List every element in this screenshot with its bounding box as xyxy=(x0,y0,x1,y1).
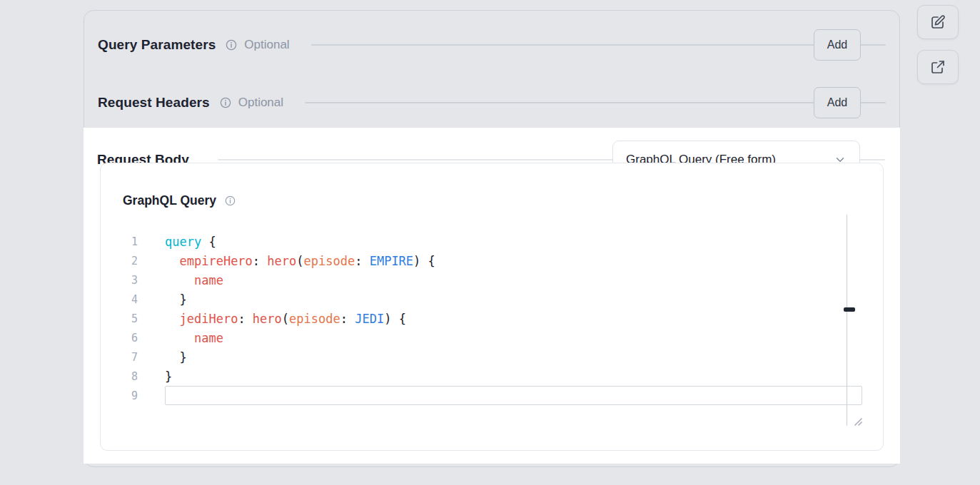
code-text xyxy=(138,387,165,406)
code-text: } xyxy=(138,348,187,367)
editor-scrollbar-thumb[interactable] xyxy=(844,307,855,312)
line-number: 5 xyxy=(101,310,138,329)
resize-handle-icon[interactable] xyxy=(853,417,863,427)
graphql-editor-card: GraphQL Query 1query {2 empireHero: hero… xyxy=(100,163,884,451)
request-body-section: Request Body GraphQL Query (Free form) G… xyxy=(84,128,900,464)
editor-active-line-box[interactable] xyxy=(165,386,862,405)
graphql-query-label: GraphQL Query xyxy=(123,193,216,208)
page-root: Query Parameters Optional Add Request He… xyxy=(0,0,980,485)
line-number: 1 xyxy=(101,233,138,252)
code-line[interactable]: 5 jediHero: hero(episode: JEDI) { xyxy=(101,310,847,329)
code-line[interactable]: 1query { xyxy=(101,233,847,252)
line-number: 8 xyxy=(101,367,138,387)
line-number: 6 xyxy=(101,329,138,348)
code-line[interactable]: 8} xyxy=(101,367,847,387)
code-line[interactable]: 2 empireHero: hero(episode: EMPIRE) { xyxy=(101,252,847,271)
line-number: 4 xyxy=(101,290,138,310)
code-text: } xyxy=(138,290,187,310)
line-number: 2 xyxy=(101,252,138,271)
editor-label-row: GraphQL Query xyxy=(123,193,236,208)
code-text: empireHero: hero(episode: EMPIRE) { xyxy=(138,252,435,271)
code-line[interactable]: 7 } xyxy=(101,348,847,367)
code-line[interactable]: 3 name xyxy=(101,271,847,290)
code-lines[interactable]: 1query {2 empireHero: hero(episode: EMPI… xyxy=(101,233,847,406)
info-icon[interactable] xyxy=(225,195,236,206)
line-number: 3 xyxy=(101,271,138,290)
code-line[interactable]: 4 } xyxy=(101,290,847,310)
code-text: name xyxy=(138,329,223,348)
code-text: jediHero: hero(episode: JEDI) { xyxy=(138,310,406,329)
code-text: name xyxy=(138,271,223,290)
line-number: 9 xyxy=(101,387,138,406)
code-line[interactable]: 6 name xyxy=(101,329,847,348)
code-text: query { xyxy=(138,233,216,252)
line-number: 7 xyxy=(101,348,138,367)
code-text: } xyxy=(138,367,172,387)
